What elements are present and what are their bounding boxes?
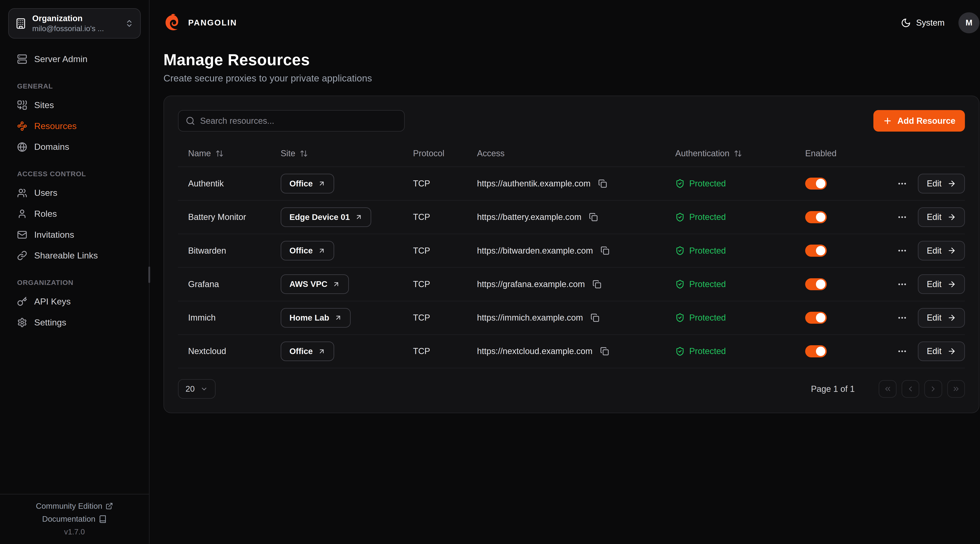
section-label-organization: ORGANIZATION	[8, 279, 141, 287]
protocol: TCP	[405, 346, 469, 356]
arrow-up-right-icon	[318, 247, 326, 255]
enabled-toggle[interactable]	[805, 345, 827, 357]
row-menu-button[interactable]	[896, 345, 908, 358]
table-row: Immich Home Lab TCP https://immich.examp…	[178, 301, 965, 335]
row-menu-button[interactable]	[896, 278, 908, 290]
copy-icon	[590, 313, 599, 322]
page-size-select[interactable]: 20	[178, 379, 216, 399]
search-input[interactable]	[200, 116, 397, 126]
edit-button[interactable]: Edit	[918, 341, 965, 361]
resource-name: Immich	[178, 313, 273, 322]
edit-button[interactable]: Edit	[918, 308, 965, 328]
theme-toggle[interactable]: System	[901, 18, 945, 28]
access-url: https://immich.example.com	[477, 313, 583, 322]
org-selector[interactable]: Organization milo@fossorial.io's ...	[8, 8, 141, 38]
arrow-up-right-icon	[334, 314, 342, 322]
copy-url-button[interactable]	[597, 178, 608, 189]
last-page-button[interactable]	[947, 380, 965, 398]
users-icon	[17, 188, 27, 198]
chevron-down-icon	[200, 385, 208, 393]
shield-check-icon	[675, 179, 685, 188]
access-url: https://authentik.example.com	[477, 179, 591, 189]
table-header-row: Name Site Protocol Access Authentication…	[178, 141, 965, 167]
site-link-button[interactable]: Office	[281, 341, 334, 361]
arrow-right-icon	[947, 347, 956, 355]
sort-icon[interactable]	[300, 149, 308, 158]
access-url: https://nextcloud.example.com	[477, 346, 592, 356]
site-link-button[interactable]: AWS VPC	[281, 274, 349, 294]
enabled-toggle[interactable]	[805, 211, 827, 223]
next-page-button[interactable]	[924, 380, 942, 398]
prev-page-button[interactable]	[902, 380, 920, 398]
column-header-protocol: Protocol	[405, 149, 469, 158]
copy-url-button[interactable]	[599, 245, 611, 256]
auth-status: Protected	[668, 346, 798, 356]
sidebar-item-roles[interactable]: Roles	[8, 203, 141, 224]
shield-check-icon	[675, 313, 685, 322]
search-icon	[186, 116, 195, 125]
sidebar-item-settings[interactable]: Settings	[8, 312, 141, 333]
org-title: Organization	[32, 14, 83, 23]
row-menu-button[interactable]	[896, 311, 908, 324]
column-header-site[interactable]: Site	[273, 149, 406, 158]
enabled-toggle[interactable]	[805, 278, 827, 290]
site-link-button[interactable]: Home Lab	[281, 308, 351, 328]
enabled-toggle[interactable]	[805, 244, 827, 257]
sidebar-item-server-admin[interactable]: Server Admin	[8, 49, 141, 70]
auth-status: Protected	[668, 246, 798, 255]
table-row: Grafana AWS VPC TCP https://grafana.exam…	[178, 268, 965, 301]
user-icon	[17, 209, 27, 219]
documentation-link[interactable]: Documentation	[42, 514, 107, 523]
shield-check-icon	[675, 279, 685, 289]
sort-icon[interactable]	[215, 149, 224, 158]
column-header-name[interactable]: Name	[178, 149, 273, 158]
add-resource-button[interactable]: Add Resource	[873, 110, 965, 132]
first-page-button[interactable]	[879, 380, 897, 398]
sort-icon[interactable]	[734, 149, 742, 158]
protocol: TCP	[405, 313, 469, 322]
enabled-toggle[interactable]	[805, 312, 827, 324]
sidebar-item-domains[interactable]: Domains	[8, 136, 141, 157]
column-header-authentication[interactable]: Authentication	[668, 149, 798, 158]
edit-button[interactable]: Edit	[918, 274, 965, 294]
chevrons-up-down-icon	[125, 19, 134, 28]
copy-url-button[interactable]	[591, 278, 603, 290]
sidebar-item-api-keys[interactable]: API Keys	[8, 291, 141, 312]
sidebar-resize-handle[interactable]	[148, 266, 150, 283]
edit-button[interactable]: Edit	[918, 241, 965, 260]
ellipsis-icon	[897, 279, 907, 289]
arrow-right-icon	[947, 213, 956, 222]
edit-button[interactable]: Edit	[918, 174, 965, 193]
column-header-access: Access	[469, 149, 668, 158]
sidebar-item-resources[interactable]: Resources	[8, 116, 141, 136]
auth-status: Protected	[668, 279, 798, 289]
moon-icon	[901, 18, 911, 28]
site-link-button[interactable]: Office	[281, 174, 334, 193]
copy-url-button[interactable]	[589, 312, 601, 324]
resource-name: Battery Monitor	[178, 212, 273, 222]
page-head: Manage Resources Create secure proxies t…	[150, 46, 980, 84]
version-label: v1.7.0	[64, 528, 85, 536]
site-link-button[interactable]: Office	[281, 241, 334, 260]
sidebar-item-users[interactable]: Users	[8, 182, 141, 203]
sidebar-item-shareable-links[interactable]: Shareable Links	[8, 245, 141, 266]
copy-url-button[interactable]	[588, 211, 599, 223]
edit-button[interactable]: Edit	[918, 208, 965, 227]
protocol: TCP	[405, 212, 469, 222]
sidebar-item-invitations[interactable]: Invitations	[8, 224, 141, 245]
sidebar-item-sites[interactable]: Sites	[8, 95, 141, 116]
copy-icon	[589, 213, 598, 222]
community-edition-link[interactable]: Community Edition	[36, 501, 113, 511]
row-menu-button[interactable]	[896, 211, 908, 224]
copy-url-button[interactable]	[599, 346, 610, 357]
user-avatar[interactable]: M	[958, 12, 979, 33]
enabled-toggle[interactable]	[805, 178, 827, 190]
resources-icon	[17, 121, 27, 131]
row-menu-button[interactable]	[896, 244, 908, 257]
site-link-button[interactable]: Edge Device 01	[281, 208, 371, 227]
page-subtitle: Create secure proxies to your private ap…	[164, 73, 979, 84]
ellipsis-icon	[897, 313, 907, 323]
row-menu-button[interactable]	[896, 177, 908, 190]
sidebar-item-label: Server Admin	[34, 54, 88, 64]
table-row: Authentik Office TCP https://authentik.e…	[178, 167, 965, 200]
